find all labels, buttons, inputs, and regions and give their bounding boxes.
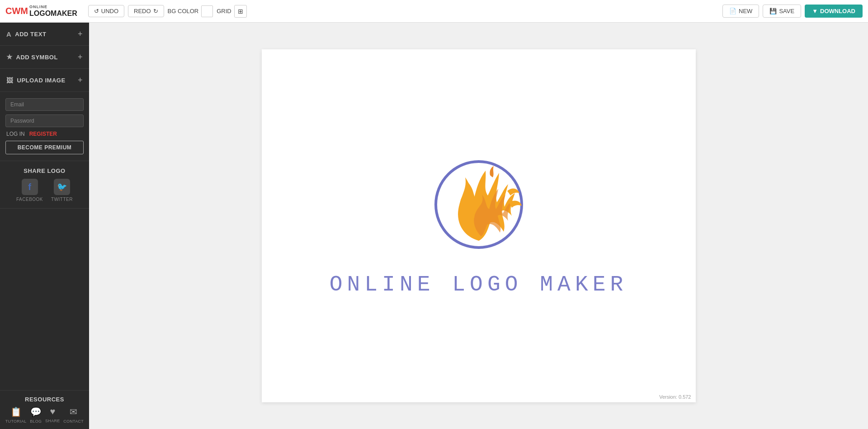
image-icon: 🖼 [6, 76, 14, 84]
toolbar-right: 📄 NEW 💾 SAVE ▼ DOWNLOAD [722, 5, 863, 18]
logo-logomaker: LOGOMAKER [29, 10, 77, 18]
upload-image-left: 🖼 UPLOAD IMAGE [6, 76, 66, 84]
save-button[interactable]: 💾 SAVE [763, 5, 801, 18]
download-label: DOWNLOAD [820, 8, 855, 14]
undo-label: UNDO [101, 8, 118, 14]
canvas-logo-text: ONLINE LOGO MAKER [330, 272, 628, 297]
share-label: SHARE [45, 419, 60, 423]
resources-area: RESOURCES 📋 TUTORIAL 💬 BLOG ♥ SHARE ✉ CO… [0, 390, 89, 429]
add-symbol-left: ★ ADD SYMBOL [6, 53, 58, 61]
logo-canvas-content: ONLINE LOGO MAKER [330, 155, 628, 297]
resources-title: RESOURCES [0, 391, 89, 406]
toolbar: CWM ONLINE LOGOMAKER ↺ UNDO REDO ↻ BG CO… [0, 0, 868, 23]
tutorial-label: TUTORIAL [5, 419, 27, 424]
bg-color-area: BG COLOR [168, 5, 213, 17]
new-button[interactable]: 📄 NEW [722, 5, 759, 18]
resources-icons: 📋 TUTORIAL 💬 BLOG ♥ SHARE ✉ CONTACT [0, 406, 89, 429]
undo-icon: ↺ [94, 8, 99, 14]
share-icons: f FACEBOOK 🐦 TWITTER [5, 179, 84, 202]
logo-online: ONLINE [29, 5, 77, 10]
canvas-white[interactable]: ONLINE LOGO MAKER Version: 0.572 [262, 49, 696, 402]
bg-color-label: BG COLOR [168, 8, 199, 14]
bg-color-swatch[interactable] [201, 5, 213, 17]
new-icon: 📄 [729, 8, 736, 14]
contact-icon: ✉ [70, 406, 77, 417]
password-input[interactable] [5, 114, 84, 127]
facebook-icon: f [22, 179, 38, 195]
facebook-label: FACEBOOK [16, 197, 43, 202]
text-icon: A [6, 30, 11, 38]
sidebar: A ADD TEXT + ★ ADD SYMBOL + 🖼 UPLOAD [0, 23, 89, 429]
upload-image-plus-icon: + [78, 76, 83, 85]
premium-button[interactable]: BECOME PREMIUM [5, 141, 84, 154]
add-text-label: ADD TEXT [15, 31, 46, 38]
share-icon: ♥ [50, 406, 55, 417]
redo-icon: ↻ [153, 8, 158, 14]
share-button[interactable]: ♥ SHARE [45, 406, 60, 424]
main-layout: A ADD TEXT + ★ ADD SYMBOL + 🖼 UPLOAD [0, 23, 868, 429]
contact-label: CONTACT [63, 419, 84, 424]
add-text-button[interactable]: A ADD TEXT + [0, 23, 89, 45]
add-symbol-button[interactable]: ★ ADD SYMBOL + [0, 46, 89, 68]
sidebar-section-add-symbol: ★ ADD SYMBOL + [0, 46, 89, 69]
save-label: SAVE [779, 8, 794, 14]
add-text-left: A ADD TEXT [6, 30, 46, 38]
register-link[interactable]: REGISTER [29, 131, 57, 137]
phoenix-logo-svg [425, 155, 533, 263]
canvas-area[interactable]: ONLINE LOGO MAKER Version: 0.572 [89, 23, 868, 429]
sidebar-spacer [0, 209, 89, 390]
auth-area: LOG IN REGISTER BECOME PREMIUM [0, 92, 89, 161]
add-text-plus-icon: + [78, 29, 83, 39]
grid-area: GRID ⊞ [217, 5, 247, 18]
tutorial-icon: 📋 [10, 406, 22, 417]
download-icon: ▼ [812, 8, 818, 14]
sidebar-section-add-text: A ADD TEXT + [0, 23, 89, 46]
blog-icon: 💬 [30, 406, 42, 417]
twitter-share-button[interactable]: 🐦 TWITTER [51, 179, 73, 202]
grid-toggle-button[interactable]: ⊞ [234, 5, 247, 18]
grid-label: GRID [217, 8, 231, 14]
tutorial-button[interactable]: 📋 TUTORIAL [5, 406, 27, 424]
save-icon: 💾 [769, 8, 777, 14]
upload-image-label: UPLOAD IMAGE [17, 77, 66, 84]
symbol-icon: ★ [6, 53, 13, 61]
app-logo: CWM ONLINE LOGOMAKER [5, 5, 77, 17]
grid-icon: ⊞ [238, 8, 243, 15]
twitter-label: TWITTER [51, 197, 73, 202]
add-symbol-plus-icon: + [78, 52, 83, 62]
version-label: Version: 0.572 [659, 394, 691, 400]
share-area: SHARE LOGO f FACEBOOK 🐦 TWITTER [0, 161, 89, 209]
blog-button[interactable]: 💬 BLOG [30, 406, 42, 424]
contact-button[interactable]: ✉ CONTACT [63, 406, 84, 424]
twitter-icon: 🐦 [54, 179, 70, 195]
add-symbol-label: ADD SYMBOL [16, 54, 58, 61]
auth-links: LOG IN REGISTER [5, 131, 84, 137]
redo-button[interactable]: REDO ↻ [128, 5, 164, 17]
sidebar-section-upload-image: 🖼 UPLOAD IMAGE + [0, 69, 89, 92]
blog-label: BLOG [30, 419, 42, 424]
share-title: SHARE LOGO [5, 167, 84, 174]
upload-image-button[interactable]: 🖼 UPLOAD IMAGE + [0, 69, 89, 91]
redo-label: REDO [134, 8, 151, 14]
undo-button[interactable]: ↺ UNDO [88, 5, 124, 17]
download-button[interactable]: ▼ DOWNLOAD [805, 5, 863, 18]
new-label: NEW [739, 8, 752, 14]
email-input[interactable] [5, 98, 84, 111]
login-link[interactable]: LOG IN [6, 131, 25, 137]
facebook-share-button[interactable]: f FACEBOOK [16, 179, 43, 202]
logo-cwm: CWM [5, 6, 28, 16]
